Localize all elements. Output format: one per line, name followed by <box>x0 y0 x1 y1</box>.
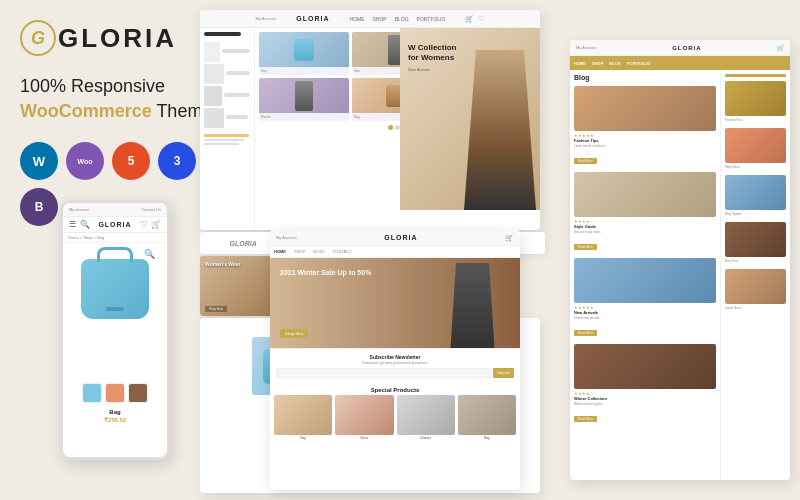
sidebar-title-2: Style News <box>725 165 786 169</box>
special-product-1: Bag <box>274 395 332 440</box>
mobile-cart-icon[interactable]: 🛒 <box>151 220 161 229</box>
sidebar-blog-3: Blog Update <box>725 175 786 216</box>
special-product-name-3: Glasses <box>397 436 455 440</box>
tagline-woo: WooCommerce <box>20 101 152 121</box>
special-product-img-2 <box>335 395 393 435</box>
sidebar-img-5 <box>725 269 786 304</box>
sidebar-img-2 <box>725 128 786 163</box>
html5-badge: 5 <box>112 142 150 180</box>
mid-hero: 2021 Winter Sale Up to 50% Shop Now <box>270 258 520 348</box>
wishlist-icon: ♡ <box>478 15 484 23</box>
wordpress-badge: W <box>20 142 58 180</box>
main-hero-banner: W Collectionfor Womens New Arrivals <box>400 28 540 210</box>
read-more-btn-1[interactable]: Read More <box>574 158 597 164</box>
shop-now-btn[interactable]: Shop Now <box>205 306 227 312</box>
html5-icon: 5 <box>128 154 135 168</box>
mid-nav-blog: BLOG <box>313 249 324 254</box>
mid-cart-icon: 🛒 <box>505 234 514 242</box>
blog-img-3 <box>574 258 716 303</box>
read-more-btn-4[interactable]: Read More <box>574 416 597 422</box>
blog-item-4: ★★★★☆ Winter Collection Winter fashion g… <box>574 344 716 424</box>
sidebar-title-1: Fashion Post <box>725 118 786 122</box>
mobile-header: My account Contact Us <box>63 203 167 217</box>
woo-icon: Woo <box>77 158 92 165</box>
mobile-breadcrumb: Home > Shop > Bag <box>68 235 104 240</box>
special-products: Bag Dress Glasses Bag <box>270 395 520 440</box>
mid-hero-btn[interactable]: Shop Now <box>280 329 308 338</box>
mobile-wishlist-icon[interactable]: ♡ <box>140 220 147 229</box>
main-preview-logo: GLORIA <box>296 15 329 22</box>
womens-panel: Women's Wear Shop Now <box>200 256 281 316</box>
read-more-btn-2[interactable]: Read More <box>574 244 597 250</box>
right-sidebar: Fashion Post Style News Blog Update New … <box>720 70 790 480</box>
main-preview-icons: 🛒 ♡ <box>465 15 484 23</box>
logo-circle: G <box>20 20 56 56</box>
sidebar-title-3: Blog Update <box>725 212 786 216</box>
blog-img-4 <box>574 344 716 389</box>
sidebar-cat-label4 <box>226 115 248 119</box>
logo-text: GLORIA <box>58 23 177 54</box>
blog-item-2: ★★★★☆ Style Guide Discover your style...… <box>574 172 716 252</box>
right-content: Blog ★★★★★ Fashion Tips Latest trends in… <box>570 70 790 480</box>
mobile-product-label: Bag <box>109 409 120 415</box>
blog-item-3: ★★★★★ New Arrivals Check new arrivals...… <box>574 258 716 338</box>
sidebar-title-5: Latest News <box>725 306 786 310</box>
mid-preview-header: My Account GLORIA 🛒 <box>270 230 520 246</box>
sidebar-blog-5: Latest News <box>725 269 786 310</box>
special-product-name-2: Dress <box>335 436 393 440</box>
main-desktop-preview: My Account GLORIA HOME SHOP BLOG PORTFOL… <box>200 10 540 230</box>
womens-label: Women's Wear <box>205 261 240 267</box>
mid-nav: HOME SHOP BLOG CONTACT <box>270 246 520 258</box>
right-nav-home: HOME <box>574 61 586 66</box>
blog-title-1: Fashion Tips <box>574 138 716 143</box>
sidebar-img-1 <box>725 81 786 116</box>
mid-hero-text-content: 2021 Winter Sale Up to 50% <box>280 269 371 276</box>
main-preview-body: Bag Men Bag <box>200 28 540 230</box>
mobile-thumb-1[interactable] <box>82 383 102 403</box>
blog-text-4: Winter fashion guide... <box>574 402 716 406</box>
read-more-btn-3[interactable]: Read More <box>574 330 597 336</box>
nav-shop: SHOP <box>373 16 387 22</box>
mid-hero-model <box>445 263 500 348</box>
sidebar-blog-4: New Post <box>725 222 786 263</box>
mobile-menu-icon[interactable]: ☰ <box>69 220 76 229</box>
mobile-product-image <box>81 259 149 319</box>
tagline-responsive: 100% Responsive <box>20 76 165 96</box>
mobile-preview: My account Contact Us ☰ 🔍 GLORIA ♡ 🛒 Hom… <box>60 200 170 460</box>
css3-badge: 3 <box>158 142 196 180</box>
mobile-search-icon[interactable]: 🔍 <box>80 220 90 229</box>
blog-text-2: Discover your style... <box>574 230 716 234</box>
mid-nav-home: HOME <box>274 249 286 254</box>
sidebar-blog-1: Fashion Post <box>725 81 786 122</box>
mid-hero-text: 2021 Winter Sale Up to 50% <box>280 268 371 278</box>
blog-img-2 <box>574 172 716 217</box>
newsletter-submit-btn[interactable]: Subscribe <box>493 368 514 378</box>
blog-img-1 <box>574 86 716 131</box>
mid-logo: GLORIA <box>384 234 417 241</box>
newsletter-section: Subscribe Newsletter Subscribe to get la… <box>270 348 520 383</box>
right-blog-main: Blog ★★★★★ Fashion Tips Latest trends in… <box>570 70 720 480</box>
special-product-img-3 <box>397 395 455 435</box>
partner-1: GLORIA <box>230 240 257 247</box>
desktop-previews: My Account GLORIA HOME SHOP BLOG PORTFOL… <box>200 10 790 490</box>
newsletter-email-input[interactable] <box>276 368 491 378</box>
newsletter-title: Subscribe Newsletter <box>276 354 514 360</box>
mid-nav-shop: SHOP <box>294 249 305 254</box>
logo-letter: G <box>31 28 45 49</box>
right-logo: GLORIA <box>672 45 701 51</box>
special-product-2: Dress <box>335 395 393 440</box>
hero-subtitle: New Arrivals <box>408 67 456 72</box>
special-product-img-4 <box>458 395 516 435</box>
special-product-name-4: Bag <box>458 436 516 440</box>
mobile-thumb-3[interactable] <box>128 383 148 403</box>
mobile-thumb-2[interactable] <box>105 383 125 403</box>
right-nav-shop: SHOP <box>592 61 603 66</box>
bootstrap-badge: B <box>20 188 58 226</box>
css3-icon: 3 <box>174 154 181 168</box>
mobile-logo: GLORIA <box>98 221 131 228</box>
woo-badge: Woo <box>66 142 104 180</box>
newsletter-form: Subscribe <box>276 368 514 378</box>
main-preview-nav: HOME SHOP BLOG PORTFOLIO <box>350 16 446 22</box>
sidebar-cat-label3 <box>224 93 250 97</box>
special-product-3: Glasses <box>397 395 455 440</box>
